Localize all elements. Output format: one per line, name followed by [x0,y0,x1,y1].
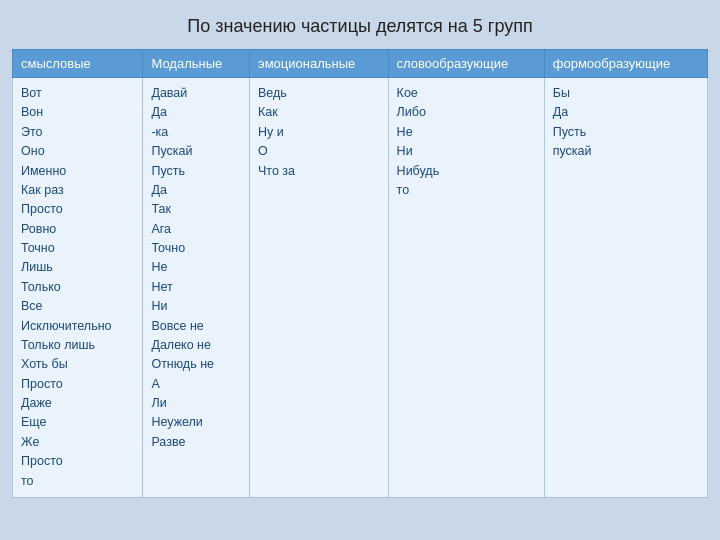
table-cell: Давай Да -ка Пускай Пусть Да Так Ага Точ… [143,78,250,498]
column-header: смысловые [13,50,143,78]
column-header: эмоциональные [250,50,389,78]
table-cell: Вот Вон Это Оно Именно Как раз Просто Ро… [13,78,143,498]
table-cell: Кое Либо Не Ни Нибудь то [388,78,544,498]
table-cell: Ведь Как Ну и О Что за [250,78,389,498]
table-cell: Бы Да Пусть пускай [544,78,707,498]
page-title: По значению частицы делятся на 5 групп [187,16,532,37]
column-header: словообразующие [388,50,544,78]
column-header: Модальные [143,50,250,78]
column-header: формообразующие [544,50,707,78]
particles-table: смысловыеМодальныеэмоциональныесловообра… [12,49,708,498]
